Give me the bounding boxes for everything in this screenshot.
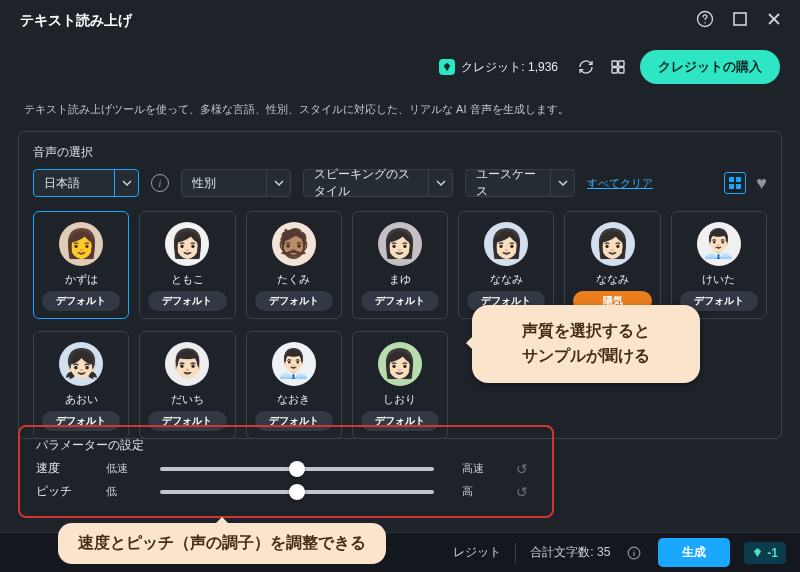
generation-cost: -1 — [744, 542, 786, 564]
parameters-box: パラメーターの設定 速度 低速 高速 ↺ ピッチ 低 高 ↺ — [18, 425, 554, 518]
filter-row: 日本語 i 性別 スピーキングのスタイル ユースケース すべてクリア ♥ — [33, 169, 767, 197]
voice-badge: デフォルト — [148, 291, 226, 311]
svg-rect-10 — [736, 177, 741, 182]
voice-name: まゆ — [389, 272, 411, 287]
credits-indicator: クレジット: 1,936 — [433, 55, 564, 80]
help-icon[interactable] — [696, 10, 714, 32]
pitch-label: ピッチ — [36, 483, 78, 500]
diamond-icon — [439, 59, 455, 75]
buy-credits-button[interactable]: クレジットの購入 — [640, 50, 780, 84]
voice-card[interactable]: 👨🏻‍💼けいたデフォルト — [671, 211, 767, 319]
style-label: スピーキングのスタイル — [304, 166, 428, 200]
svg-rect-11 — [729, 184, 734, 189]
generate-button[interactable]: 生成 — [658, 538, 730, 567]
voice-card[interactable]: 👩🏻まゆデフォルト — [352, 211, 448, 319]
voice-name: ななみ — [596, 272, 629, 287]
voice-badge: デフォルト — [42, 291, 120, 311]
svg-rect-5 — [612, 61, 617, 66]
avatar: 👩🏻 — [378, 222, 422, 266]
pitch-slider-row: ピッチ 低 高 ↺ — [36, 483, 528, 500]
voice-card[interactable]: 👩🏻しおりデフォルト — [352, 331, 448, 439]
speed-slider[interactable] — [160, 467, 434, 471]
speed-slider-row: 速度 低速 高速 ↺ — [36, 460, 528, 477]
voice-card[interactable]: 👩かずはデフォルト — [33, 211, 129, 319]
gender-label: 性別 — [182, 175, 266, 192]
info-icon-small[interactable] — [624, 543, 644, 563]
info-icon[interactable]: i — [151, 174, 169, 192]
callout-sample: 声質を選択するとサンプルが聞ける — [472, 305, 700, 383]
speed-reset-icon[interactable]: ↺ — [516, 461, 528, 477]
voice-name: ともこ — [171, 272, 204, 287]
avatar: 👨🏻 — [165, 342, 209, 386]
voice-card[interactable]: 👨🏻だいちデフォルト — [139, 331, 235, 439]
history-icon[interactable] — [608, 57, 628, 77]
top-actions: クレジット: 1,936 クレジットの購入 — [0, 42, 800, 86]
divider — [515, 543, 516, 563]
voice-name: けいた — [702, 272, 735, 287]
credits-short: レジット — [453, 544, 501, 561]
usecase-dropdown[interactable]: ユースケース — [465, 169, 575, 197]
pitch-reset-icon[interactable]: ↺ — [516, 484, 528, 500]
parameters-title: パラメーターの設定 — [36, 437, 528, 454]
svg-point-1 — [704, 22, 705, 23]
avatar: 👩🏻 — [378, 342, 422, 386]
avatar: 👩🏻 — [484, 222, 528, 266]
clear-all-link[interactable]: すべてクリア — [587, 176, 653, 191]
callout-params: 速度とピッチ（声の調子）を調整できる — [58, 523, 386, 564]
voice-card[interactable]: 👩🏻ななみデフォルト — [458, 211, 554, 319]
voice-name: だいち — [171, 392, 204, 407]
avatar: 👩🏻 — [165, 222, 209, 266]
style-dropdown[interactable]: スピーキングのスタイル — [303, 169, 453, 197]
char-count-label: 合計文字数: 35 — [530, 544, 610, 561]
pitch-thumb[interactable] — [289, 484, 305, 500]
credits-label: クレジット: 1,936 — [461, 59, 558, 76]
maximize-icon[interactable] — [732, 11, 748, 31]
language-dropdown[interactable]: 日本語 — [33, 169, 139, 197]
voice-card[interactable]: 👨🏻‍💼なおきデフォルト — [246, 331, 342, 439]
chevron-down-icon — [114, 170, 138, 196]
chevron-down-icon — [428, 170, 452, 196]
voice-name: あおい — [65, 392, 98, 407]
svg-rect-7 — [612, 68, 617, 73]
avatar: 👩🏻 — [591, 222, 635, 266]
voice-name: ななみ — [490, 272, 523, 287]
app-title: テキスト読み上げ — [20, 12, 132, 30]
language-value: 日本語 — [34, 175, 114, 192]
favorites-icon[interactable]: ♥ — [756, 173, 767, 194]
close-icon[interactable] — [766, 11, 782, 31]
title-bar: テキスト読み上げ — [0, 0, 800, 42]
grid-view-icon[interactable] — [724, 172, 746, 194]
svg-rect-8 — [619, 68, 624, 73]
svg-rect-6 — [619, 61, 624, 66]
pitch-min-label: 低 — [106, 484, 132, 499]
voice-name: しおり — [383, 392, 416, 407]
voice-selection-panel: 音声の選択 日本語 i 性別 スピーキングのスタイル ユースケース すべてクリア… — [18, 131, 782, 439]
avatar: 👩 — [59, 222, 103, 266]
gender-dropdown[interactable]: 性別 — [181, 169, 291, 197]
speed-thumb[interactable] — [289, 461, 305, 477]
voice-card[interactable]: 👩🏻ななみ陽気 — [564, 211, 660, 319]
svg-rect-12 — [736, 184, 741, 189]
window-controls — [696, 10, 782, 32]
refresh-icon[interactable] — [576, 57, 596, 77]
speed-label: 速度 — [36, 460, 78, 477]
voice-name: なおき — [277, 392, 310, 407]
voice-card[interactable]: 🧔🏽たくみデフォルト — [246, 211, 342, 319]
speed-max-label: 高速 — [462, 461, 488, 476]
svg-rect-9 — [729, 177, 734, 182]
voice-badge: デフォルト — [255, 291, 333, 311]
voice-card[interactable]: 👧🏻あおいデフォルト — [33, 331, 129, 439]
avatar: 🧔🏽 — [272, 222, 316, 266]
tool-description: テキスト読み上げツールを使って、多様な言語、性別、スタイルに対応した、リアルな … — [0, 86, 800, 131]
voice-name: たくみ — [277, 272, 310, 287]
voice-badge: デフォルト — [361, 291, 439, 311]
avatar: 👧🏻 — [59, 342, 103, 386]
panel-title: 音声の選択 — [33, 144, 767, 161]
pitch-slider[interactable] — [160, 490, 434, 494]
voice-card[interactable]: 👩🏻ともこデフォルト — [139, 211, 235, 319]
voice-name: かずは — [65, 272, 98, 287]
svg-rect-2 — [734, 13, 746, 25]
avatar: 👨🏻‍💼 — [697, 222, 741, 266]
chevron-down-icon — [550, 170, 574, 196]
pitch-max-label: 高 — [462, 484, 488, 499]
